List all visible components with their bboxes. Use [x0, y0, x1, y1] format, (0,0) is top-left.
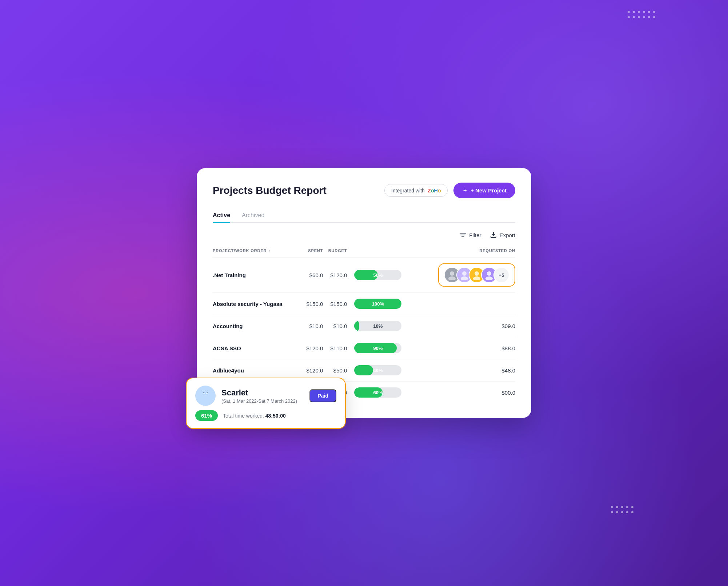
requested-on: $48.0: [417, 359, 515, 382]
svg-point-5: [462, 271, 467, 276]
progress-cell: 40%: [347, 359, 417, 382]
requested-on: $09.0: [417, 315, 515, 337]
svg-point-8: [473, 276, 480, 280]
plus-icon: ＋: [462, 187, 468, 194]
budget-value: $150.0: [323, 293, 347, 315]
paid-button[interactable]: Paid: [309, 389, 336, 402]
col-budget: BUDGET: [323, 244, 347, 258]
avatar-group-highlight[interactable]: +5: [438, 263, 515, 287]
popup-time-worked: Total time worked: 48:50:00: [223, 413, 286, 419]
export-icon: [490, 232, 497, 238]
popup-dates: (Sat, 1 Mar 2022-Sat 7 March 2022): [221, 398, 304, 404]
progress-label: 90%: [354, 346, 401, 351]
integration-label: Integrated with: [391, 188, 425, 194]
table-header-row: PROJECT/WORK ORDER ↑ SPENT BUDGET REQUES…: [213, 244, 515, 258]
export-label: Export: [500, 232, 515, 238]
svg-point-7: [475, 271, 479, 276]
svg-point-10: [485, 276, 493, 280]
toolbar: Filter Export: [213, 232, 515, 238]
table-row: .Net Training $60.0 $120.0 50%: [213, 258, 515, 293]
popup-time-value: 48:50:00: [265, 413, 286, 419]
progress-label: 60%: [354, 390, 401, 395]
popup-progress-pct: 61%: [195, 410, 218, 421]
svg-point-4: [448, 276, 456, 280]
progress-cell: 60%: [347, 382, 417, 404]
new-project-label: + New Project: [471, 187, 507, 194]
progress-bar: 60%: [354, 387, 401, 398]
popup-top: Scarlet (Sat, 1 Mar 2022-Sat 7 March 202…: [195, 386, 336, 406]
requested-on: $00.0: [417, 382, 515, 404]
requested-on-avatars: +5: [417, 258, 515, 293]
popup-avatar: [195, 386, 216, 406]
decorative-dots-bottom: [611, 506, 633, 513]
progress-bar: 10%: [354, 321, 401, 331]
budget-value: $110.0: [323, 337, 347, 359]
progress-cell: 50%: [347, 258, 417, 293]
spent-value: $150.0: [302, 293, 323, 315]
spent-value: $10.0: [302, 315, 323, 337]
requested-on: [417, 293, 515, 315]
popup-info: Scarlet (Sat, 1 Mar 2022-Sat 7 March 202…: [221, 388, 304, 404]
svg-point-3: [450, 271, 454, 276]
budget-value: $10.0: [323, 315, 347, 337]
progress-bar: 100%: [354, 299, 401, 309]
progress-cell: 10%: [347, 315, 417, 337]
project-name: .Net Training: [213, 258, 302, 293]
progress-label: 10%: [354, 323, 401, 329]
card-header: Projects Budget Report Integrated with Z…: [213, 183, 515, 198]
requested-on: $88.0: [417, 337, 515, 359]
table-row: ACSA SSO $120.0 $110.0 90% $88.0: [213, 337, 515, 359]
progress-cell: 100%: [347, 293, 417, 315]
svg-point-12: [200, 398, 211, 403]
project-name: Accounting: [213, 315, 302, 337]
user-popup-card: Scarlet (Sat, 1 Mar 2022-Sat 7 March 202…: [186, 378, 346, 429]
popup-bottom: 61% Total time worked: 48:50:00: [195, 410, 336, 421]
zoho-z: Z: [428, 187, 431, 194]
progress-bar: 50%: [354, 270, 401, 280]
zoho-h: H: [434, 187, 437, 194]
svg-point-13: [203, 392, 205, 394]
progress-bar: 90%: [354, 343, 401, 353]
tabs-bar: Active Archived: [213, 208, 515, 223]
project-name: Absolute security - Yugasa: [213, 293, 302, 315]
svg-point-6: [461, 276, 468, 280]
filter-label: Filter: [469, 232, 481, 238]
project-name: ACSA SSO: [213, 337, 302, 359]
avatar-more-count: +5: [493, 267, 509, 283]
spent-value: $60.0: [302, 258, 323, 293]
decorative-dots-top: [628, 11, 655, 18]
spent-value: $120.0: [302, 337, 323, 359]
col-spent: SPENT: [302, 244, 323, 258]
tab-archived[interactable]: Archived: [242, 208, 264, 222]
filter-button[interactable]: Filter: [460, 232, 481, 238]
tab-active[interactable]: Active: [213, 208, 230, 222]
popup-user-name: Scarlet: [221, 388, 304, 398]
svg-point-9: [487, 271, 491, 276]
filter-icon: [460, 232, 466, 238]
progress-cell: 90%: [347, 337, 417, 359]
main-card: Projects Budget Report Integrated with Z…: [197, 168, 531, 418]
svg-point-14: [206, 392, 208, 394]
zoho-o1: o: [431, 187, 434, 194]
budget-value: $120.0: [323, 258, 347, 293]
progress-label: 40%: [354, 368, 401, 373]
export-button[interactable]: Export: [490, 232, 515, 238]
avatar-group: +5: [444, 267, 509, 283]
col-requested-on: REQUESTED ON: [417, 244, 515, 258]
progress-bar: 40%: [354, 365, 401, 375]
zoho-o2: o: [438, 187, 441, 194]
new-project-button[interactable]: ＋ + New Project: [453, 183, 515, 198]
table-row: Absolute security - Yugasa $150.0 $150.0…: [213, 293, 515, 315]
col-project: PROJECT/WORK ORDER ↑: [213, 244, 302, 258]
zoho-logo: ZoHo: [428, 187, 441, 194]
page-title: Projects Budget Report: [213, 185, 327, 196]
progress-label: 50%: [354, 272, 401, 278]
table-row: Accounting $10.0 $10.0 10% $09.0: [213, 315, 515, 337]
col-progress: [347, 244, 417, 258]
integration-badge[interactable]: Integrated with ZoHo: [384, 184, 448, 197]
header-actions: Integrated with ZoHo ＋ + New Project: [384, 183, 515, 198]
progress-label: 100%: [354, 301, 401, 307]
